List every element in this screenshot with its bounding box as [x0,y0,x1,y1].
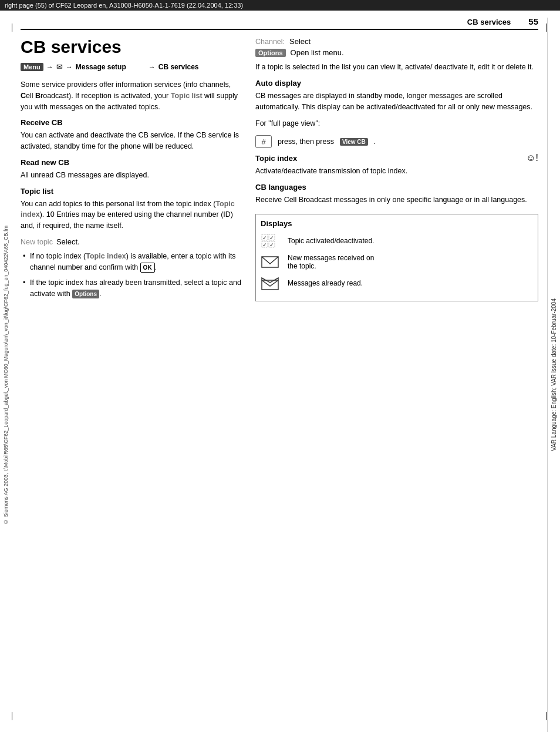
channel-row: Channel: Select [255,37,538,46]
press-text: press, then press [278,137,334,146]
hash-symbol: # [261,137,265,146]
section-heading-auto-display: Auto display [255,79,538,88]
topic-selection-text: If a topic is selected in the list you c… [255,62,538,73]
topic-index-text: Activate/deactivate transmission of topi… [255,166,538,177]
menu-label: Menu [21,63,43,71]
svg-text:✓: ✓ [262,235,267,241]
nav-arrow-2: → [66,63,73,71]
display-text-3: Messages already read. [288,279,363,287]
checkmark-icon: ✓ ✓ ✓ ✓ [261,233,282,249]
displays-title: Displays [261,219,533,228]
left-label-text: © Siemens AG 2003, I:\MobilR65\CF62_Leop… [3,226,9,525]
section-heading-cb-languages: CB languages [255,183,538,192]
display-text-2: New messages received onthe topic. [288,254,374,270]
auto-display-text: CB messages are displayed in standby mod… [255,90,538,113]
new-topic-value: Select. [56,237,80,246]
svg-text:✓: ✓ [262,242,267,248]
nav-indent: → CB services [147,63,199,71]
display-text-1: Topic activated/deactivated. [288,237,374,245]
list-item-2: If the topic index has already been tran… [21,277,244,300]
display-row-3: Messages already read. [261,275,533,291]
channel-value: Select [289,37,311,46]
display-row-2: New messages received onthe topic. [261,254,533,270]
cb-services-nav-label: CB services [158,63,199,71]
displays-box: Displays ✓ ✓ ✓ ✓ [255,214,538,301]
topic-index-link-1: Topic index [21,200,235,219]
topic-index-icon: ☺! [526,153,538,163]
hash-key-icon: # [255,135,272,148]
message-setup-label: Message setup [76,63,126,71]
nav-envelope-icon: ✉ [56,62,63,71]
left-label: © Siemens AG 2003, I:\MobilR65\CF62_Leop… [0,18,12,732]
options-row: Options Open list menu. [255,48,538,57]
page-number: 55 [528,16,538,26]
read-new-cb-text: All unread CB messages are displayed. [21,170,244,181]
main-title: CB services [21,37,244,56]
broadcast-bold: B [35,92,41,100]
svg-text:✓: ✓ [269,235,274,241]
cell-bold: C [21,92,26,100]
receive-cb-text: You can activate and deactivate the CB s… [21,130,244,152]
full-page-view-row: # press, then press View CB. [255,135,538,148]
section-heading-topic-list: Topic list [21,187,244,196]
list-item-1: If no topic index (Topic index) is avail… [21,251,244,273]
options-key-label-2: Options [72,290,99,298]
top-bar-text: right page (55) of CF62 Leopard en, A310… [5,2,243,9]
intro-text: Some service providers offer information… [21,79,244,112]
page-header: CB services 55 [21,16,538,30]
nav-path: Menu → ✉ → Message setup → CB services [21,62,244,71]
options-desc: Open list menu. [291,48,344,57]
topic-index-row: Topic index ☺! [255,153,538,163]
nav-arrow-1: → [46,63,53,71]
section-heading-read-new-cb: Read new CB [21,158,244,167]
cb-languages-text: Receive Cell Broadcast messages in only … [255,194,538,206]
display-row-1: ✓ ✓ ✓ ✓ Topic activated/deactivated. [261,233,533,249]
section-heading-topic-index: Topic index [255,154,297,163]
top-bar: right page (55) of CF62 Leopard en, A310… [0,0,560,11]
page-content: CB services 55 CB services Menu → ✉ → Me… [12,11,547,721]
channel-label: Channel: [255,38,285,46]
svg-text:✓: ✓ [269,242,274,248]
new-topic-label: New topic [21,238,53,246]
bullet-list: If no topic index (Topic index) is avail… [21,251,244,300]
side-label: VAR Language: English; VAR issue date: 1… [547,18,560,732]
ok-key-label: OK [140,263,155,273]
new-topic-row: New topic Select. [21,237,244,246]
side-label-text: VAR Language: English; VAR issue date: 1… [551,298,557,451]
topic-list-link-1: Topic list [171,92,203,100]
topic-list-text: You can add topics to this personal list… [21,199,244,231]
section-heading-receive-cb: Receive CB [21,118,244,127]
left-column: CB services Menu → ✉ → Message setup → C… [21,37,244,305]
envelope-closed-icon [261,254,282,270]
view-cb-label: View CB [340,138,368,146]
right-column: Channel: Select Options Open list menu. … [255,37,538,305]
envelope-open-icon [261,275,282,291]
two-column-layout: CB services Menu → ✉ → Message setup → C… [21,37,538,305]
full-page-view-label: For "full page view": [255,118,538,129]
options-box: Options [255,49,286,57]
page-header-title: CB services [467,18,511,26]
nav-arrow-3: → [149,63,156,71]
topic-index-link-2: Topic index [86,252,126,260]
